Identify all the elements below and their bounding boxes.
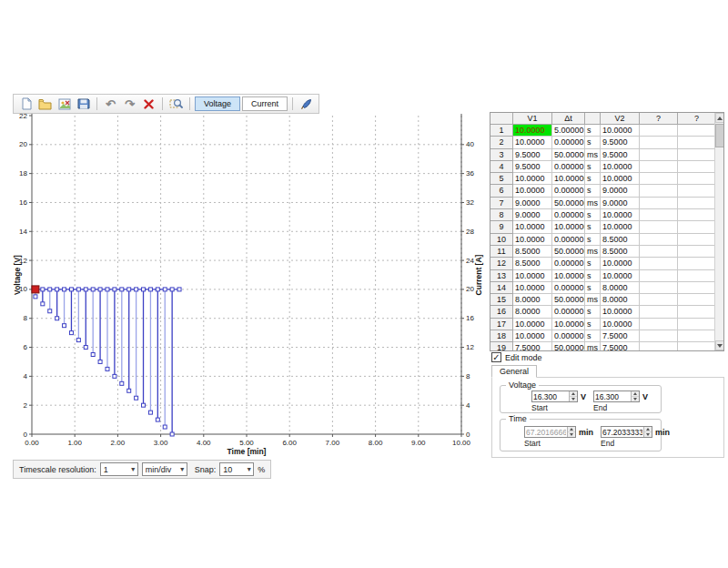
cell-unknown-2[interactable]	[678, 282, 716, 294]
time-end-input[interactable]	[602, 427, 643, 437]
data-point-marker[interactable]	[113, 374, 116, 378]
data-point-marker[interactable]	[76, 288, 80, 291]
cell-v2[interactable]: 10.0000	[601, 319, 640, 330]
cell-unknown-2[interactable]	[678, 294, 716, 306]
cell-dt[interactable]: 10.00000	[552, 221, 585, 233]
cell-dt[interactable]: 50.00000	[552, 149, 585, 161]
data-point-marker[interactable]	[41, 302, 45, 306]
cell-unknown-1[interactable]	[640, 234, 678, 246]
cell-v1[interactable]: 10.0000	[513, 125, 552, 137]
data-point-marker[interactable]	[142, 288, 146, 291]
cell-v1[interactable]: 10.0000	[513, 137, 552, 148]
cell-unknown-2[interactable]	[678, 330, 716, 342]
cell-unknown-2[interactable]	[678, 319, 716, 330]
spin-buttons[interactable]	[631, 391, 639, 401]
row-number[interactable]: 6	[490, 185, 513, 197]
spin-buttons[interactable]	[643, 427, 652, 437]
cell-unknown-2[interactable]	[678, 342, 716, 351]
cell-unit[interactable]: s	[585, 319, 601, 330]
cell-unknown-2[interactable]	[678, 198, 716, 209]
cell-unknown-2[interactable]	[678, 258, 716, 269]
cell-dt[interactable]: 50.00000	[552, 294, 585, 306]
column-header-blank[interactable]	[490, 113, 513, 125]
data-point-marker[interactable]	[98, 288, 102, 291]
data-point-marker[interactable]	[69, 288, 73, 291]
voltage-tab-button[interactable]: Voltage	[195, 96, 240, 111]
data-point-marker[interactable]	[63, 288, 66, 291]
delete-icon[interactable]	[140, 96, 157, 112]
cell-unknown-1[interactable]	[640, 137, 678, 148]
data-point-marker[interactable]	[113, 288, 116, 291]
cell-v1[interactable]: 10.0000	[513, 319, 552, 330]
data-point-marker[interactable]	[91, 288, 95, 291]
cell-dt[interactable]: 50.00000	[552, 342, 585, 351]
cell-v1[interactable]: 10.0000	[513, 173, 552, 185]
cell-unit[interactable]: ms	[585, 342, 601, 351]
data-point-marker[interactable]	[127, 288, 131, 291]
row-number[interactable]: 9	[490, 221, 513, 233]
data-point-marker[interactable]	[69, 331, 73, 335]
cell-unknown-1[interactable]	[640, 198, 678, 209]
column-header-V2[interactable]: V2	[601, 113, 640, 125]
cell-dt[interactable]: 0.00000	[552, 306, 585, 318]
cell-unknown-1[interactable]	[640, 330, 678, 342]
data-point-marker[interactable]	[34, 295, 37, 299]
cell-unknown-2[interactable]	[678, 306, 716, 318]
data-point-marker[interactable]	[48, 288, 52, 291]
cell-unknown-2[interactable]	[678, 161, 716, 173]
export-image-icon[interactable]	[56, 96, 73, 112]
cell-v1[interactable]: 8.0000	[513, 306, 552, 318]
cell-unknown-1[interactable]	[640, 173, 678, 185]
table-scrollbar[interactable]	[714, 113, 723, 350]
cell-unit[interactable]: s	[585, 209, 601, 221]
row-number[interactable]: 11	[490, 246, 513, 258]
cell-unit[interactable]: ms	[585, 198, 601, 209]
scrollbar-thumb[interactable]	[715, 124, 724, 147]
cell-unit[interactable]: s	[585, 282, 601, 294]
cell-unknown-1[interactable]	[640, 319, 678, 330]
cell-dt[interactable]: 10.00000	[552, 173, 585, 185]
cell-unknown-2[interactable]	[678, 246, 716, 258]
column-header-Δt[interactable]: Δt	[552, 113, 585, 125]
cell-unknown-2[interactable]	[678, 209, 716, 221]
voltage-start-spinner[interactable]	[531, 390, 578, 402]
cell-unknown-1[interactable]	[640, 282, 678, 294]
cell-unknown-1[interactable]	[640, 125, 678, 137]
pen-icon[interactable]	[298, 96, 315, 112]
scroll-down-button[interactable]	[715, 340, 724, 350]
data-point-marker[interactable]	[135, 396, 138, 400]
data-point-marker[interactable]	[84, 288, 87, 291]
row-number[interactable]: 18	[490, 330, 513, 342]
cell-v2[interactable]: 7.5000	[601, 342, 640, 351]
cell-v2[interactable]: 8.0000	[601, 282, 640, 294]
data-point-marker[interactable]	[156, 288, 159, 291]
cell-unknown-1[interactable]	[640, 161, 678, 173]
row-number[interactable]: 16	[490, 306, 513, 318]
row-number[interactable]: 17	[490, 319, 513, 330]
cell-dt[interactable]: 10.00000	[552, 270, 585, 282]
cell-dt[interactable]: 10.00000	[552, 319, 585, 330]
snap-select[interactable]: 10▼	[219, 462, 254, 476]
cell-v2[interactable]: 8.5000	[601, 234, 640, 246]
cell-unknown-1[interactable]	[640, 246, 678, 258]
data-point-marker[interactable]	[142, 403, 146, 407]
data-point-marker[interactable]	[106, 288, 109, 291]
row-number[interactable]: 3	[490, 149, 513, 161]
timescale-unit-select[interactable]: min/div▼	[142, 462, 187, 476]
cell-v2[interactable]: 10.0000	[601, 221, 640, 233]
data-point-marker[interactable]	[163, 288, 167, 291]
cell-unknown-1[interactable]	[640, 185, 678, 197]
row-number[interactable]: 13	[490, 270, 513, 282]
cell-dt[interactable]: 0.00000	[552, 209, 585, 221]
cell-dt[interactable]: 0.00000	[552, 234, 585, 246]
undo-icon[interactable]: ↶	[102, 96, 119, 112]
data-point-marker[interactable]	[148, 288, 152, 291]
time-start-input[interactable]	[525, 427, 567, 437]
cell-dt[interactable]: 0.00000	[552, 282, 585, 294]
cell-v1[interactable]: 9.5000	[513, 149, 552, 161]
cell-v1[interactable]: 10.0000	[513, 282, 552, 294]
data-point-marker[interactable]	[56, 317, 59, 320]
cell-unit[interactable]: s	[585, 234, 601, 246]
cell-unit[interactable]: ms	[585, 149, 601, 161]
data-point-marker[interactable]	[76, 339, 80, 342]
